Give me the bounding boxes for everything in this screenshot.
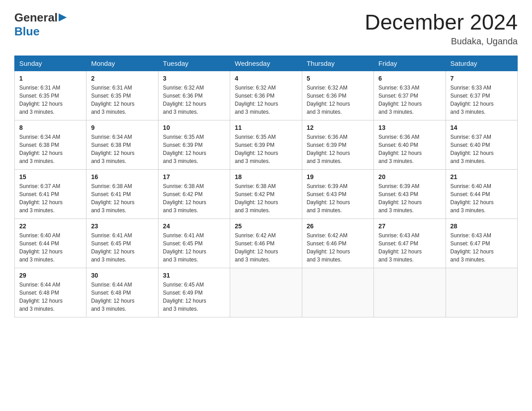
title-area: December 2024 Budaka, Uganda	[365, 11, 518, 47]
calendar-cell: 6Sunrise: 6:33 AMSunset: 6:37 PMDaylight…	[374, 71, 446, 120]
day-number: 28	[450, 223, 513, 230]
calendar-cell: 10Sunrise: 6:35 AMSunset: 6:39 PMDayligh…	[158, 120, 230, 169]
day-number: 26	[307, 223, 369, 230]
day-info: Sunrise: 6:42 AMSunset: 6:46 PMDaylight:…	[307, 231, 369, 264]
logo-blue-text: Blue	[14, 25, 39, 38]
day-number: 11	[235, 124, 297, 131]
calendar-cell: 13Sunrise: 6:36 AMSunset: 6:40 PMDayligh…	[374, 120, 446, 169]
logo-triangle-icon	[59, 13, 67, 23]
day-info: Sunrise: 6:31 AMSunset: 6:35 PMDaylight:…	[91, 84, 153, 116]
calendar-cell: 31Sunrise: 6:45 AMSunset: 6:49 PMDayligh…	[158, 268, 230, 317]
calendar-cell: 3Sunrise: 6:32 AMSunset: 6:36 PMDaylight…	[158, 71, 230, 120]
day-info: Sunrise: 6:44 AMSunset: 6:48 PMDaylight:…	[19, 281, 82, 313]
calendar-header-thursday: Thursday	[302, 56, 373, 71]
day-info: Sunrise: 6:40 AMSunset: 6:44 PMDaylight:…	[19, 231, 82, 264]
calendar-week-row: 1Sunrise: 6:31 AMSunset: 6:35 PMDaylight…	[15, 71, 518, 120]
day-number: 5	[307, 75, 369, 82]
calendar-cell: 29Sunrise: 6:44 AMSunset: 6:48 PMDayligh…	[15, 268, 86, 317]
day-number: 29	[19, 272, 82, 279]
day-info: Sunrise: 6:45 AMSunset: 6:49 PMDaylight:…	[163, 281, 225, 313]
day-number: 23	[91, 223, 153, 230]
calendar-cell: 20Sunrise: 6:39 AMSunset: 6:43 PMDayligh…	[374, 169, 446, 218]
calendar-cell: 11Sunrise: 6:35 AMSunset: 6:39 PMDayligh…	[230, 120, 302, 169]
calendar-week-row: 22Sunrise: 6:40 AMSunset: 6:44 PMDayligh…	[15, 218, 518, 268]
calendar-table: SundayMondayTuesdayWednesdayThursdayFrid…	[14, 56, 518, 317]
svg-marker-0	[59, 13, 67, 21]
calendar-cell: 5Sunrise: 6:32 AMSunset: 6:36 PMDaylight…	[302, 71, 373, 120]
day-info: Sunrise: 6:40 AMSunset: 6:44 PMDaylight:…	[450, 182, 513, 214]
day-info: Sunrise: 6:31 AMSunset: 6:35 PMDaylight:…	[19, 84, 82, 116]
day-info: Sunrise: 6:42 AMSunset: 6:46 PMDaylight:…	[235, 231, 297, 264]
day-number: 8	[19, 124, 82, 131]
day-number: 31	[163, 272, 225, 279]
day-info: Sunrise: 6:44 AMSunset: 6:48 PMDaylight:…	[91, 281, 153, 313]
calendar-cell: 28Sunrise: 6:43 AMSunset: 6:47 PMDayligh…	[446, 218, 517, 268]
day-info: Sunrise: 6:37 AMSunset: 6:40 PMDaylight:…	[450, 133, 513, 165]
calendar-cell: 1Sunrise: 6:31 AMSunset: 6:35 PMDaylight…	[15, 71, 86, 120]
day-number: 20	[378, 173, 441, 180]
calendar-cell: 16Sunrise: 6:38 AMSunset: 6:41 PMDayligh…	[86, 169, 158, 218]
day-number: 3	[163, 75, 225, 82]
calendar-header-row: SundayMondayTuesdayWednesdayThursdayFrid…	[15, 56, 518, 71]
calendar-cell	[446, 268, 517, 317]
day-number: 30	[91, 272, 153, 279]
calendar-header-monday: Monday	[86, 56, 158, 71]
day-info: Sunrise: 6:32 AMSunset: 6:36 PMDaylight:…	[235, 84, 297, 116]
calendar-cell: 26Sunrise: 6:42 AMSunset: 6:46 PMDayligh…	[302, 218, 373, 268]
day-info: Sunrise: 6:43 AMSunset: 6:47 PMDaylight:…	[450, 231, 513, 264]
day-info: Sunrise: 6:38 AMSunset: 6:42 PMDaylight:…	[163, 182, 225, 214]
day-info: Sunrise: 6:37 AMSunset: 6:41 PMDaylight:…	[19, 182, 82, 214]
day-number: 12	[307, 124, 369, 131]
day-number: 24	[163, 223, 225, 230]
day-number: 10	[163, 124, 225, 131]
calendar-cell: 18Sunrise: 6:38 AMSunset: 6:42 PMDayligh…	[230, 169, 302, 218]
calendar-cell: 4Sunrise: 6:32 AMSunset: 6:36 PMDaylight…	[230, 71, 302, 120]
page-header: General Blue December 2024 Budaka, Ugand…	[14, 11, 518, 47]
day-info: Sunrise: 6:32 AMSunset: 6:36 PMDaylight:…	[307, 84, 369, 116]
day-number: 15	[19, 173, 82, 180]
calendar-cell: 17Sunrise: 6:38 AMSunset: 6:42 PMDayligh…	[158, 169, 230, 218]
day-info: Sunrise: 6:36 AMSunset: 6:40 PMDaylight:…	[378, 133, 441, 165]
calendar-cell	[302, 268, 373, 317]
calendar-cell: 30Sunrise: 6:44 AMSunset: 6:48 PMDayligh…	[86, 268, 158, 317]
day-number: 1	[19, 75, 82, 82]
day-info: Sunrise: 6:32 AMSunset: 6:36 PMDaylight:…	[163, 84, 225, 116]
calendar-cell	[374, 268, 446, 317]
day-number: 19	[307, 173, 369, 180]
calendar-cell	[230, 268, 302, 317]
day-number: 14	[450, 124, 513, 131]
logo: General Blue	[14, 11, 67, 39]
calendar-cell: 23Sunrise: 6:41 AMSunset: 6:45 PMDayligh…	[86, 218, 158, 268]
day-number: 6	[378, 75, 441, 82]
day-info: Sunrise: 6:41 AMSunset: 6:45 PMDaylight:…	[91, 231, 153, 264]
calendar-cell: 8Sunrise: 6:34 AMSunset: 6:38 PMDaylight…	[15, 120, 86, 169]
day-info: Sunrise: 6:39 AMSunset: 6:43 PMDaylight:…	[378, 182, 441, 214]
calendar-header-friday: Friday	[374, 56, 446, 71]
calendar-header-sunday: Sunday	[15, 56, 86, 71]
calendar-header-tuesday: Tuesday	[158, 56, 230, 71]
day-info: Sunrise: 6:35 AMSunset: 6:39 PMDaylight:…	[163, 133, 225, 165]
month-title: December 2024	[365, 11, 518, 34]
day-number: 16	[91, 173, 153, 180]
day-info: Sunrise: 6:38 AMSunset: 6:42 PMDaylight:…	[235, 182, 297, 214]
calendar-cell: 27Sunrise: 6:43 AMSunset: 6:47 PMDayligh…	[374, 218, 446, 268]
day-number: 27	[378, 223, 441, 230]
day-number: 2	[91, 75, 153, 82]
calendar-cell: 12Sunrise: 6:36 AMSunset: 6:39 PMDayligh…	[302, 120, 373, 169]
day-info: Sunrise: 6:35 AMSunset: 6:39 PMDaylight:…	[235, 133, 297, 165]
day-info: Sunrise: 6:38 AMSunset: 6:41 PMDaylight:…	[91, 182, 153, 214]
day-number: 22	[19, 223, 82, 230]
logo-general-text: General	[14, 11, 58, 25]
calendar-header-saturday: Saturday	[446, 56, 517, 71]
day-number: 7	[450, 75, 513, 82]
calendar-header-wednesday: Wednesday	[230, 56, 302, 71]
day-number: 17	[163, 173, 225, 180]
day-info: Sunrise: 6:33 AMSunset: 6:37 PMDaylight:…	[378, 84, 441, 116]
day-info: Sunrise: 6:34 AMSunset: 6:38 PMDaylight:…	[91, 133, 153, 165]
calendar-cell: 9Sunrise: 6:34 AMSunset: 6:38 PMDaylight…	[86, 120, 158, 169]
calendar-cell: 2Sunrise: 6:31 AMSunset: 6:35 PMDaylight…	[86, 71, 158, 120]
calendar-cell: 22Sunrise: 6:40 AMSunset: 6:44 PMDayligh…	[15, 218, 86, 268]
day-number: 25	[235, 223, 297, 230]
day-info: Sunrise: 6:33 AMSunset: 6:37 PMDaylight:…	[450, 84, 513, 116]
calendar-week-row: 8Sunrise: 6:34 AMSunset: 6:38 PMDaylight…	[15, 120, 518, 169]
